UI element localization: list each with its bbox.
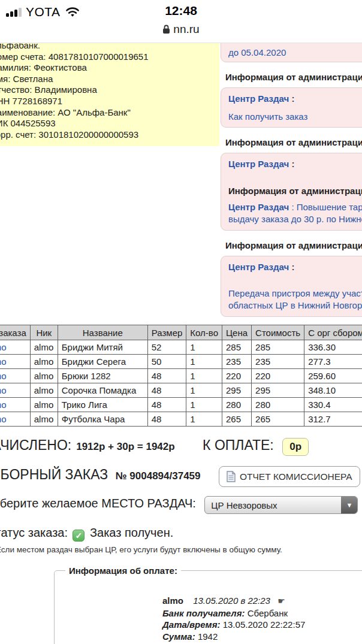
bank-line: БИК 044525593 (0, 118, 213, 129)
admin-box-deadline: до 05.04.2020 (221, 43, 362, 62)
order-number: № 9004894/37459 (116, 470, 201, 482)
due-label: К ОПЛАТЕ: (203, 437, 274, 453)
table-row: almo almo Бриджи Серега 50 1 235 235 277… (0, 355, 362, 369)
col-header-price: Цена (222, 325, 251, 340)
admin-box-transfer: Центр Раздач : Передача пристроя между у… (221, 256, 362, 317)
page-content: Альфабанк. Номер счета: 4081781010700001… (0, 43, 362, 644)
table-header-row: № заказа Ник Название Размер Кол-во Цена… (0, 325, 362, 340)
admin-header: Информация от администрации (225, 72, 362, 82)
payment-datetime: 13.05.2020 22:22:57 (223, 619, 306, 630)
admin-box-pickup-info: Центр Раздач : Как получить заказ (221, 87, 362, 128)
commissioner-report-button[interactable]: ОТЧЕТ КОМИССИОНЕРА (219, 466, 360, 487)
transfer-text: Передача пристроя между участниками обла… (228, 288, 362, 311)
address-bar[interactable]: nn.ru (0, 23, 362, 36)
payment-legend: Информация об оплате: (65, 566, 181, 576)
table-row: almo almo Футболка Чара 48 1 265 265 312… (0, 412, 362, 427)
pickup-row: Выберите желаемое МЕСТО РАЗДАЧ: ЦР Невзо… (0, 496, 358, 514)
selected-option: ЦР Невзоровых (211, 500, 277, 510)
col-header-qty: Кол-во (186, 325, 222, 340)
col-header-name: Название (58, 325, 147, 340)
payment-bank: Сбербанк (248, 608, 288, 618)
col-header-cost: Стоимость (252, 325, 304, 340)
col-header-fee: С орг сбором (304, 325, 362, 340)
bank-line: Альфабанк. (0, 43, 213, 52)
admin-header: Информация от администрации (225, 240, 362, 250)
order-link[interactable]: almo (0, 356, 7, 367)
order-label: СБОРНЫЙ ЗАКАЗ (0, 467, 108, 482)
how-to-get-order-link[interactable]: Как получить заказ (228, 111, 307, 122)
payment-user: almo (162, 595, 183, 606)
order-row: СБОРНЫЙ ЗАКАЗ № 9004894/37459 ОТЧЕТ КОМИ… (0, 466, 360, 487)
table-row: almo almo Трико Лига 48 1 280 280 330.4 … (0, 398, 362, 412)
clock: 12:48 (0, 4, 362, 18)
pointer-icon: ☛ (277, 596, 285, 606)
chevron-down-icon: ▼ (341, 497, 357, 513)
center-razdach-link[interactable]: Центр Раздач (228, 202, 289, 212)
payment-sum: 1942 (198, 631, 218, 642)
payment-details: almo 13.05.2020 в 22:23 ☛ Банк получател… (162, 595, 362, 644)
admin-info-column: до 05.04.2020 Информация от администраци… (221, 43, 362, 317)
bank-line: Номер счета: 40817810107000019651 (0, 52, 213, 63)
tariff-text: Центр Раздач : Повышение тарифа за выдач… (228, 201, 362, 225)
status-label: Статус заказа: (0, 526, 68, 539)
pickup-label: Выберите желаемое МЕСТО РАЗДАЧ: (0, 497, 196, 510)
order-link[interactable]: almo (0, 371, 7, 381)
bank-details-box: Альфабанк. Номер счета: 4081781010700001… (0, 43, 219, 146)
due-amount-badge: 0р (282, 438, 309, 456)
col-header-nick: Ник (30, 325, 58, 340)
bank-line: Имя: Светлана (0, 74, 213, 85)
table-row: almo almo Бриджи Митяй 52 1 285 285 336.… (0, 340, 362, 355)
center-razdach-link[interactable]: Центр Раздач (228, 93, 289, 104)
status-bar: YOTA 12:48 nn.ru (0, 0, 362, 43)
pickup-place-select[interactable]: ЦР Невзоровых ▼ (204, 496, 358, 514)
bank-line: Отчество: Владимировна (0, 84, 213, 96)
document-icon (227, 471, 236, 482)
totals-row: НАЧИСЛЕНО:1912р + 30р = 1942р К ОПЛАТЕ: … (0, 437, 309, 456)
col-header-order: № заказа (0, 325, 30, 340)
green-check-icon: ✓ (73, 530, 85, 542)
url-text: nn.ru (173, 23, 199, 36)
bank-line: ИНН 7728168971 (0, 96, 213, 107)
bank-line: Фамилия: Феоктистова (0, 62, 213, 74)
order-link[interactable]: almo (0, 385, 7, 395)
accrued-label: НАЧИСЛЕНО: (0, 437, 71, 453)
accrued-value: 1912р + 30р = 1942р (76, 441, 174, 452)
order-items-table: № заказа Ник Название Размер Кол-во Цена… (0, 325, 362, 427)
order-items-table-wrap: № заказа Ник Название Размер Кол-во Цена… (0, 325, 362, 427)
bank-line: Наименование: АО "Альфа-Банк" (0, 107, 213, 119)
status-value: Заказ получен. (90, 526, 173, 539)
status-row: Статус заказа: ✓ Заказ получен. (0, 526, 173, 542)
browser-viewport[interactable]: Альфабанк. Номер счета: 4081781010700001… (0, 43, 362, 644)
payment-posted-date: 13.05.2020 в 22:23 (193, 595, 270, 606)
order-link[interactable]: almo (0, 342, 7, 352)
admin-inner-header: Информация от администрации (228, 186, 362, 196)
order-link[interactable]: almo (0, 414, 7, 424)
admin-box-tariff: Центр Раздач : Информация от администрац… (221, 153, 362, 231)
table-row: almo almo Брюки 1282 48 1 220 220 259.60… (0, 369, 362, 383)
padlock-icon (162, 25, 170, 34)
admin-header: Информация от администрации (225, 137, 362, 147)
payment-info-fieldset: Информация об оплате: almo 13.05.2020 в … (54, 566, 362, 644)
bank-line: Корр. счет: 30101810200000000593 (0, 129, 213, 141)
col-header-size: Размер (147, 325, 186, 340)
order-link[interactable]: almo (0, 400, 7, 410)
pickup-note: Если местом раздач выбран ЦР, его услуги… (0, 545, 282, 554)
deadline-link[interactable]: до 05.04.2020 (228, 47, 286, 58)
center-razdach-link[interactable]: Центр Раздач (228, 159, 289, 169)
center-razdach-link[interactable]: Центр Раздач (228, 262, 289, 272)
table-row: almo almo Сорочка Помадка 48 1 295 295 3… (0, 383, 362, 398)
